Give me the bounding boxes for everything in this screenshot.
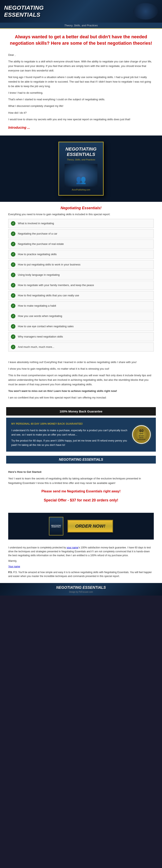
book-title-line2: Essentials [67, 152, 95, 157]
hero-section: Always wanted to get a better deal but d… [0, 29, 162, 50]
get-started-section: Here's How to Get Started: Yes! I want t… [0, 468, 162, 511]
check-icon: ✓ [11, 335, 15, 339]
order-now-button[interactable]: ORDER NOW! [68, 520, 113, 532]
checklist-item-text: Using body language in negotiating [18, 273, 59, 276]
book-cover: Negotiating Essentials Theory, Skills, a… [58, 142, 104, 196]
disclaimer-ps-text: P.S. You'll be amazed at how simple and … [8, 571, 152, 578]
header-title: Negotiating Essentials [4, 4, 44, 18]
special-report-title: Negotiating Essentials! [8, 206, 154, 210]
check-icon: ✓ [11, 242, 15, 246]
guarantee-header: 100% Money Back Guarantee [6, 407, 156, 415]
guarantee-seal: 60 DAY MONEY BACK GUARANTEE [132, 425, 151, 444]
checklist-item-text: How to practice negotiating skills [18, 253, 57, 256]
checklist-item-text: And much much, much more... [18, 345, 54, 348]
confidence-guarantee-intro: I am so confident that you will love thi… [8, 395, 154, 400]
header-globe-image [133, 3, 158, 20]
send-now-text: Please send me Negotiating Essentials ri… [8, 489, 154, 494]
book-domain: AxxxPublishing.com [62, 189, 100, 191]
confidence-bold: You won't want to miss out on this! Lear… [8, 389, 154, 393]
checklist-item-text: How to negotiate with your family member… [18, 284, 94, 287]
checklist-item: ✓How to negotiate with your family membe… [8, 281, 154, 290]
checklist-item: ✓How you use words when negotiating [8, 312, 154, 321]
footer: Negotiating Essentials Design by PsFocus… [0, 583, 162, 595]
checklist-item: ✓Why managers need negotiation skills [8, 332, 154, 341]
checklist-item: ✓How to make negotiating a habit [8, 301, 154, 310]
confidence-para1: I leave absolutely nothing out! Everythi… [8, 360, 154, 365]
check-icon: ✓ [11, 345, 15, 349]
checklist-item-text: How to find negotiating skills that you … [18, 294, 79, 297]
hero-headline: Always wanted to get a better deal but d… [8, 34, 154, 46]
disclaimer-ps: P.S. P.S. You'll be amazed at how simple… [8, 570, 154, 578]
letter-para4: That's when I started to read everything… [8, 97, 154, 102]
book-section: Negotiating Essentials Theory, Skills, a… [0, 135, 162, 202]
check-icon: ✓ [11, 293, 15, 298]
order-thumb-title1: Negotiating [51, 525, 61, 526]
checklist-item-text: Negotiating the purchase of real estate [18, 242, 64, 245]
checklist-item: ✓Using body language in negotiating [8, 270, 154, 279]
checklist-item: ✓And much much, much more... [8, 342, 154, 351]
book-cover-subtitle: Theory, Skills, and Practices [62, 158, 100, 161]
checklist-item: ✓How to put negotiating skills to work i… [8, 260, 154, 269]
guarantee-text: MY PERSONAL 60 DAY 100% MONEY BACK GUARA… [11, 422, 128, 447]
guarantee-seal-back: BACK [137, 437, 145, 439]
checklist-item: ✓How to practice negotiating skills [8, 250, 154, 259]
checklist-item: ✓What is involved in negotiating [8, 219, 154, 228]
checklist: ✓What is involved in negotiating✓Negotia… [8, 219, 154, 351]
order-section[interactable]: Negotiating Essentials ORDER NOW! [8, 513, 154, 539]
book-cover-title: Negotiating Essentials [62, 147, 100, 157]
check-icon: ✓ [11, 324, 15, 329]
checklist-item-text: Why managers need negotiation skills [18, 335, 63, 338]
disclaimer-name-placeholder[interactable]: Your name [8, 565, 154, 568]
letter-para3: I knew I had to do something. [8, 91, 154, 95]
subtitle-bar: Theory, Skills, and Practices [0, 23, 162, 29]
footer-design-credit: Design by PsFocuser.com [4, 591, 158, 593]
check-icon: ✓ [11, 221, 15, 226]
letter-para5: What I discovered completely changed my … [8, 104, 154, 108]
disclaimer-warmly: Warmly, [8, 559, 154, 563]
letter-salutation: Dear , [8, 53, 154, 57]
header: Negotiating Essentials [0, 0, 162, 23]
get-started-para1: Yes! I want to learn the secrets of nego… [8, 476, 154, 485]
checklist-item-text: How to make negotiating a habit [18, 304, 56, 307]
disclaimer-para1: I understand my purchase is completely p… [8, 546, 154, 558]
disclaimer-name-link[interactable]: your name [67, 546, 78, 549]
disclaimer-section: I understand my purchase is completely p… [0, 544, 162, 583]
bottom-title-bar: Negotiating Essentials [6, 456, 156, 464]
guarantee-box: MY PERSONAL 60 DAY 100% MONEY BACK GUARA… [6, 417, 156, 452]
footer-title: Negotiating Essentials [4, 586, 158, 590]
letter-para6: How did I do it? [8, 111, 154, 115]
get-started-heading: Here's How to Get Started: [8, 470, 42, 473]
guarantee-seal-guarantee: GUARANTEE [137, 439, 145, 440]
header-title-line2: Essentials [4, 11, 44, 18]
guarantee-seal-days: 60 [137, 429, 145, 433]
header-subtitle: Theory, Skills, and Practices [64, 24, 98, 27]
checklist-item: ✓Negotiating the purchase of real estate [8, 240, 154, 249]
check-icon: ✓ [11, 304, 15, 308]
book-cover-image [65, 164, 97, 187]
guarantee-box-header: MY PERSONAL 60 DAY 100% MONEY BACK GUARA… [11, 422, 128, 426]
confidence-para3: This is the most comprehensive report on… [8, 373, 154, 387]
letter-body: Dear , The ability to negotiate is a ski… [0, 50, 162, 135]
checklist-item-text: How to put negotiating skills to work in… [18, 263, 80, 266]
special-report-intro: Everything you need to know to gain nego… [8, 213, 154, 216]
guarantee-seal-money: MONEY [137, 435, 145, 437]
check-icon: ✓ [11, 252, 15, 256]
disclaimer-prefix: I understand my purchase is completely p… [8, 546, 67, 549]
letter-para1: The ability to negotiate is a skill whic… [8, 59, 154, 73]
guarantee-seal-day-label: DAY [137, 433, 145, 435]
checklist-item-text: What is involved in negotiating [18, 222, 54, 225]
book-title-line1: Negotiating [66, 147, 96, 152]
guarantee-text1: I understand it's hard to decide to make… [11, 428, 128, 437]
guarantee-header-text: 100% Money Back Guarantee [59, 410, 103, 413]
introducing-text: Introducing ... [8, 125, 154, 130]
checklist-item-text: Negotiating the purchase of a car [18, 232, 57, 235]
check-icon: ✓ [11, 231, 15, 236]
check-icon: ✓ [11, 273, 15, 277]
check-icon: ✓ [11, 314, 15, 318]
bottom-title-text: Negotiating Essentials [59, 458, 103, 461]
header-title-line1: Negotiating [4, 4, 44, 11]
order-book-thumbnail: Negotiating Essentials [49, 517, 63, 535]
checklist-item: ✓How to use eye contact when negotiating… [8, 322, 154, 331]
confidence-section: I leave absolutely nothing out! Everythi… [0, 357, 162, 405]
checklist-item: ✓How to find negotiating skills that you… [8, 291, 154, 300]
